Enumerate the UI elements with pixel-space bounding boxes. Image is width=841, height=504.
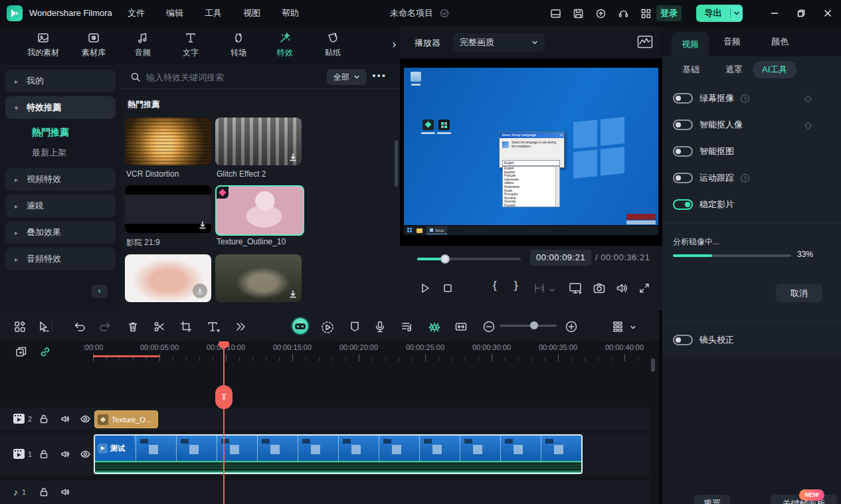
effect-card-portrait[interactable] [125, 254, 211, 302]
category-audio-effects[interactable]: ▸音頻特效 [5, 248, 116, 270]
cancel-button[interactable]: 取消 [776, 284, 822, 302]
fullscreen-button[interactable] [638, 282, 651, 295]
support-headset-icon[interactable] [618, 8, 629, 19]
playhead-cut-button[interactable]: ✂ [215, 385, 233, 409]
smart-cut-icon[interactable] [427, 320, 442, 335]
motion-tracking-toggle[interactable] [673, 173, 693, 183]
mark-out-button[interactable]: } [514, 279, 518, 292]
mute-track-icon[interactable] [60, 414, 70, 424]
reset-button[interactable]: 重置 [694, 495, 730, 504]
redo-icon[interactable] [98, 320, 112, 333]
crop-icon[interactable] [179, 320, 193, 333]
effect-clip[interactable]: Texture_O... [94, 410, 158, 428]
menu-view[interactable]: 视图 [243, 7, 260, 19]
tab-my-media[interactable]: 我的素材 [20, 31, 66, 62]
timeline-zoom-slider[interactable] [500, 325, 557, 327]
voiceover-mic-icon[interactable] [373, 320, 387, 333]
hide-track-icon[interactable] [80, 414, 91, 424]
ai-copilot-icon[interactable] [292, 318, 308, 334]
tab-stickers[interactable]: 贴纸 [310, 31, 356, 62]
keyframe-diamond-icon[interactable]: ◇ [804, 112, 812, 138]
add-marker-icon[interactable] [15, 345, 28, 359]
category-video-effects[interactable]: ▸視頻特效 [5, 168, 116, 191]
delete-icon[interactable] [126, 320, 140, 333]
stabilization-toggle[interactable] [673, 199, 693, 210]
quality-dropdown[interactable]: 完整画质 [453, 33, 545, 52]
effect-card-glitch-effect-2[interactable] [215, 118, 302, 165]
help-icon[interactable]: ? [741, 174, 749, 183]
tab-transitions[interactable]: 转场 [215, 31, 262, 62]
video-clip-selected[interactable]: 测试 [94, 434, 583, 474]
audio-mixer-icon[interactable] [400, 320, 413, 333]
category-mine[interactable]: ▸我的 [5, 70, 116, 92]
minimize-button[interactable] [761, 0, 788, 27]
undo-icon[interactable] [73, 320, 86, 333]
marker-icon[interactable] [348, 320, 361, 333]
select-tool-icon[interactable] [37, 320, 50, 333]
effect-card-landscape[interactable] [215, 254, 302, 302]
menu-file[interactable]: 文件 [128, 7, 145, 19]
text-tool-icon[interactable] [206, 320, 221, 333]
effect-card-vcr-distortion[interactable] [125, 118, 211, 165]
cloud-upload-icon[interactable] [595, 8, 607, 19]
tab-audio-properties[interactable]: 音频 [723, 27, 741, 56]
collapse-sidebar-button[interactable]: ‹ [92, 285, 108, 298]
seek-bar[interactable] [417, 258, 521, 260]
tab-text[interactable]: 文字 [167, 31, 214, 62]
layout-icon[interactable] [550, 8, 561, 19]
lock-track-icon[interactable] [39, 414, 49, 424]
chevron-down-icon[interactable] [549, 287, 555, 294]
play-button[interactable] [419, 282, 432, 295]
export-button[interactable]: 导出 [696, 5, 743, 22]
stop-button[interactable] [441, 282, 454, 295]
expand-panel-icon[interactable]: › [393, 39, 396, 50]
render-preview-icon[interactable] [320, 320, 335, 335]
search-icon[interactable] [130, 72, 141, 82]
category-filters[interactable]: ▸濾鏡 [5, 195, 116, 217]
effects-scrollbar[interactable] [395, 140, 398, 187]
ai-portrait-toggle[interactable] [673, 120, 693, 130]
seek-handle[interactable] [440, 254, 450, 264]
login-button[interactable]: 登录 [656, 5, 682, 21]
subcategory-hot[interactable]: 熱門推薦 [0, 123, 121, 143]
scopes-icon[interactable] [637, 35, 653, 48]
restore-button[interactable] [788, 0, 814, 27]
mute-track-icon[interactable] [60, 449, 70, 460]
subcategory-newest[interactable]: 最新上架 [0, 143, 121, 163]
help-icon[interactable]: ? [741, 94, 749, 103]
subtab-basic[interactable]: 基础 [682, 56, 700, 83]
filter-dropdown[interactable]: 全部 [327, 69, 367, 85]
menu-tools[interactable]: 工具 [205, 7, 222, 19]
menu-edit[interactable]: 编辑 [166, 7, 183, 19]
zoom-slider-handle[interactable] [530, 321, 538, 329]
tab-stock-media[interactable]: 素材库 [70, 31, 117, 62]
current-timecode[interactable]: 00:00:09:21 [530, 250, 591, 266]
tab-video-properties[interactable]: 视频 [672, 32, 709, 56]
more-tools-icon[interactable] [234, 320, 247, 333]
keyframe-diamond-icon[interactable]: ◇ [804, 85, 812, 112]
menu-help[interactable]: 帮助 [282, 7, 299, 19]
export-chevron-icon[interactable] [731, 10, 743, 17]
link-clips-icon[interactable] [39, 345, 52, 359]
track-manager-icon[interactable] [611, 320, 624, 333]
lock-track-icon[interactable] [39, 487, 49, 497]
mark-in-button[interactable]: { [493, 279, 497, 292]
chevron-down-icon[interactable] [630, 324, 636, 331]
close-button[interactable] [814, 0, 841, 27]
media-layout-icon[interactable] [13, 320, 27, 333]
effect-card-texture-outline-10[interactable] [215, 185, 304, 236]
apps-grid-icon[interactable] [640, 8, 652, 19]
green-screen-toggle[interactable] [673, 93, 693, 104]
tab-effects[interactable]: 特效 [262, 31, 308, 62]
search-input[interactable]: 输入特效关键词搜索 [146, 72, 224, 84]
playhead[interactable] [223, 341, 225, 504]
zoom-in-icon[interactable] [565, 320, 578, 333]
split-scissors-icon[interactable] [153, 320, 166, 333]
lock-track-icon[interactable] [39, 449, 49, 460]
snapshot-button[interactable] [593, 282, 606, 295]
zoom-out-icon[interactable] [482, 320, 496, 333]
effect-card-cinema-21-9[interactable] [125, 185, 211, 233]
video-viewport[interactable]: Select Setup Language ✕ Select the langu… [400, 58, 662, 246]
trim-button[interactable] [533, 282, 546, 295]
mute-track-icon[interactable] [60, 487, 70, 497]
